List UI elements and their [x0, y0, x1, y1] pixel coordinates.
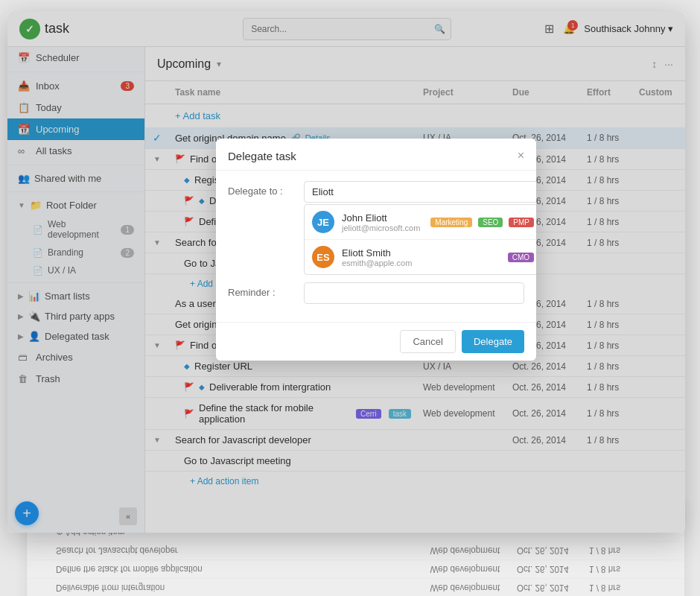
user-info-eliott: Eliott Smith esmith@apple.com — [342, 247, 497, 267]
modal-overlay: Delegate task × Delegate to : JE John El… — [7, 11, 685, 533]
tag-seo: SEO — [478, 218, 503, 227]
modal-close-button[interactable]: × — [518, 149, 524, 162]
tag-cmo: CMO — [508, 253, 534, 262]
delegate-to-field: Delegate to : JE John Eliott jeliott@mic… — [228, 181, 524, 275]
user-email: esmith@apple.com — [342, 259, 497, 267]
delegate-to-input[interactable] — [304, 181, 536, 203]
delegate-to-label: Delegate to : — [228, 181, 295, 197]
reminder-input[interactable] — [304, 282, 524, 304]
suggestion-john-eliott[interactable]: JE John Eliott jeliott@microsoft.com Mar… — [305, 205, 536, 240]
user-avatar-eliott: ES — [312, 246, 334, 268]
modal-footer: Cancel Delegate — [216, 322, 536, 361]
modal-title: Delegate task — [228, 150, 296, 162]
user-tags-john: Marketing SEO PMP — [427, 218, 534, 227]
user-full-name: Eliott Smith — [342, 247, 497, 259]
user-tags-eliott: CMO — [505, 253, 534, 262]
user-email: jeliott@microsoft.com — [342, 224, 420, 232]
user-full-name: John Eliott — [342, 212, 420, 224]
modal-body: Delegate to : JE John Eliott jeliott@mic… — [216, 171, 536, 322]
bg-row: Define the stack for mobile application … — [27, 559, 684, 578]
main-window: ✓ task 🔍 ⊞ 🔔 1 Southisack Johnny ▾ 📅 Sch… — [7, 11, 685, 533]
bg-row: Deliverable from intergration Web develo… — [27, 578, 684, 596]
reminder-field: Reminder : — [228, 282, 524, 304]
cancel-button[interactable]: Cancel — [400, 330, 455, 353]
modal-header: Delegate task × — [216, 139, 536, 171]
user-info-john: John Eliott jeliott@microsoft.com — [342, 212, 420, 232]
delegate-button[interactable]: Delegate — [462, 330, 524, 353]
suggestion-eliott-smith[interactable]: ES Eliott Smith esmith@apple.com CMO — [305, 240, 536, 274]
suggestion-list: JE John Eliott jeliott@microsoft.com Mar… — [304, 204, 536, 275]
tag-pmp: PMP — [509, 218, 534, 227]
delegate-task-modal: Delegate task × Delegate to : JE John El… — [216, 139, 536, 361]
tag-marketing: Marketing — [430, 218, 472, 227]
delegate-input-wrap: JE John Eliott jeliott@microsoft.com Mar… — [304, 181, 536, 275]
reminder-input-wrap — [304, 282, 524, 304]
user-avatar-john: JE — [312, 211, 334, 233]
reminder-label: Reminder : — [228, 282, 295, 298]
bg-row: Search for Javascript developer Web deve… — [27, 541, 684, 559]
